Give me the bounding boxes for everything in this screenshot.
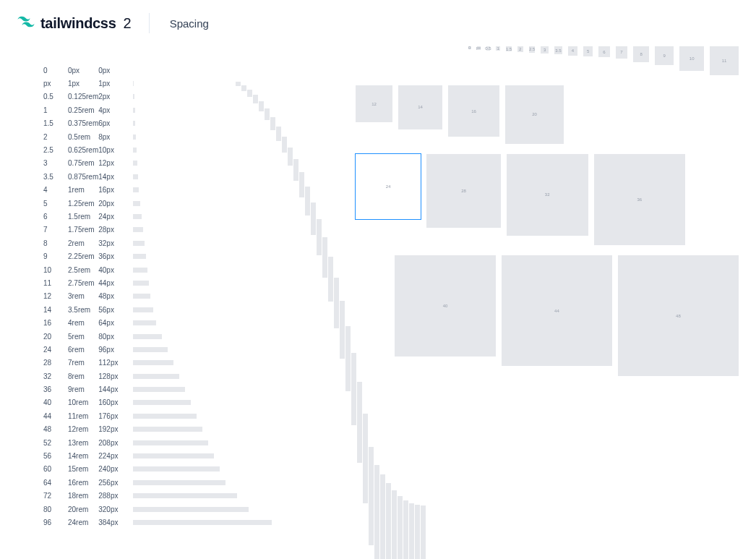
block[interactable]: px	[477, 46, 481, 50]
spacing-size: 1.25rem	[68, 197, 98, 210]
stair-bar	[369, 447, 374, 545]
spacing-size: 14rem	[68, 449, 98, 462]
spacing-size: 12rem	[68, 423, 98, 436]
spacing-name: 24	[43, 343, 68, 356]
block[interactable]: 28	[426, 154, 500, 228]
block-label: 10	[690, 56, 695, 61]
spacing-name: 2	[43, 130, 68, 143]
spacing-size: 0.375rem	[68, 117, 98, 130]
block-label: 40	[443, 304, 448, 308]
spacing-size: 10rem	[68, 396, 98, 409]
block[interactable]: 7	[616, 46, 628, 59]
header: tailwindcss 2 Spacing	[0, 0, 756, 46]
block[interactable]: 36	[594, 154, 685, 245]
block[interactable]: 5	[583, 46, 593, 56]
spacing-bar	[133, 493, 237, 498]
spacing-bar	[133, 400, 191, 405]
stair-bar	[311, 202, 316, 235]
block-label: 32	[545, 192, 550, 197]
spacing-px: 64px	[98, 316, 133, 329]
block[interactable]: 1.5	[506, 46, 511, 51]
spacing-bar	[133, 108, 134, 113]
block[interactable]: 6	[598, 46, 609, 57]
block[interactable]: 10	[679, 46, 704, 71]
block[interactable]: 20	[505, 85, 564, 144]
spacing-name: 20	[43, 330, 68, 343]
block[interactable]: 4	[568, 46, 577, 56]
spacing-name: 72	[43, 490, 68, 503]
block[interactable]: 16	[448, 85, 499, 137]
spacing-name: 6	[43, 210, 68, 223]
block-label: px	[476, 46, 481, 50]
block[interactable]: 14	[398, 85, 442, 129]
spacing-size: 4rem	[68, 316, 98, 329]
block-label: 0	[468, 46, 471, 50]
block[interactable]: 48	[618, 255, 739, 376]
block[interactable]: 11	[710, 46, 739, 75]
spacing-px: 56px	[98, 303, 133, 316]
stair-bar	[253, 95, 258, 103]
spacing-name: 4	[43, 184, 68, 197]
spacing-bar	[133, 135, 136, 140]
block[interactable]: 2.5	[529, 46, 536, 53]
stair-bar	[392, 490, 397, 559]
block-label: 28	[461, 189, 466, 193]
block[interactable]: 40	[395, 255, 496, 357]
block-label: 12	[371, 102, 377, 106]
spacing-px: 384px	[98, 516, 133, 529]
spacing-bar	[133, 294, 150, 299]
stair-bar	[276, 127, 281, 141]
spacing-px: 28px	[98, 223, 133, 236]
spacing-px: 4px	[98, 103, 133, 116]
block-selected[interactable]: 24	[356, 154, 421, 219]
spacing-size: 18rem	[68, 490, 98, 503]
spacing-px: 40px	[98, 263, 133, 276]
spacing-size: 0.625rem	[68, 143, 98, 156]
spacing-bar	[133, 334, 162, 339]
spacing-px: 2px	[98, 90, 133, 103]
brand-logo[interactable]: tailwindcss 2	[17, 13, 132, 33]
spacing-px: 36px	[98, 249, 133, 263]
spacing-px: 1px	[98, 77, 133, 90]
block[interactable]: 32	[507, 154, 588, 236]
stair-bar	[236, 82, 241, 86]
stair-bar	[386, 483, 391, 559]
spacing-size: 20rem	[68, 503, 98, 516]
spacing-name: 1	[43, 103, 68, 116]
stair-bar	[265, 108, 270, 120]
block[interactable]: 9	[655, 46, 674, 65]
block[interactable]: 3.5	[554, 46, 562, 54]
spacing-bar	[133, 427, 202, 432]
stair-bar	[363, 414, 368, 503]
block-label: 20	[532, 112, 537, 116]
block[interactable]: 44	[502, 255, 612, 366]
stair-bar	[340, 301, 345, 359]
spacing-bar	[133, 507, 249, 512]
spacing-size: 0.875rem	[68, 170, 98, 183]
spacing-bar	[133, 174, 138, 179]
spacing-name: 56	[43, 449, 68, 462]
header-divider	[149, 13, 150, 33]
spacing-px: 128px	[98, 370, 133, 383]
stair-bar	[322, 237, 327, 278]
block[interactable]: 0.5	[486, 46, 491, 51]
spacing-size: 13rem	[68, 436, 98, 449]
stair-bar	[398, 496, 403, 559]
spacing-px: 80px	[98, 330, 133, 343]
block[interactable]: 3	[541, 46, 548, 54]
spacing-size: 1px	[68, 77, 98, 90]
block[interactable]: 1	[496, 46, 500, 51]
spacing-bar	[133, 320, 156, 325]
block[interactable]: 12	[356, 85, 392, 122]
spacing-name: 60	[43, 463, 68, 476]
block[interactable]: 0	[468, 46, 471, 49]
block[interactable]: 2	[517, 46, 523, 52]
spacing-px: 224px	[98, 449, 133, 462]
block-label: 0.5	[485, 46, 491, 51]
stair-bar	[415, 505, 420, 559]
spacing-px: 6px	[98, 117, 133, 130]
spacing-size: 6rem	[68, 343, 98, 356]
block[interactable]: 8	[633, 46, 649, 62]
spacing-bar	[133, 440, 208, 445]
spacing-size: 3rem	[68, 290, 98, 303]
